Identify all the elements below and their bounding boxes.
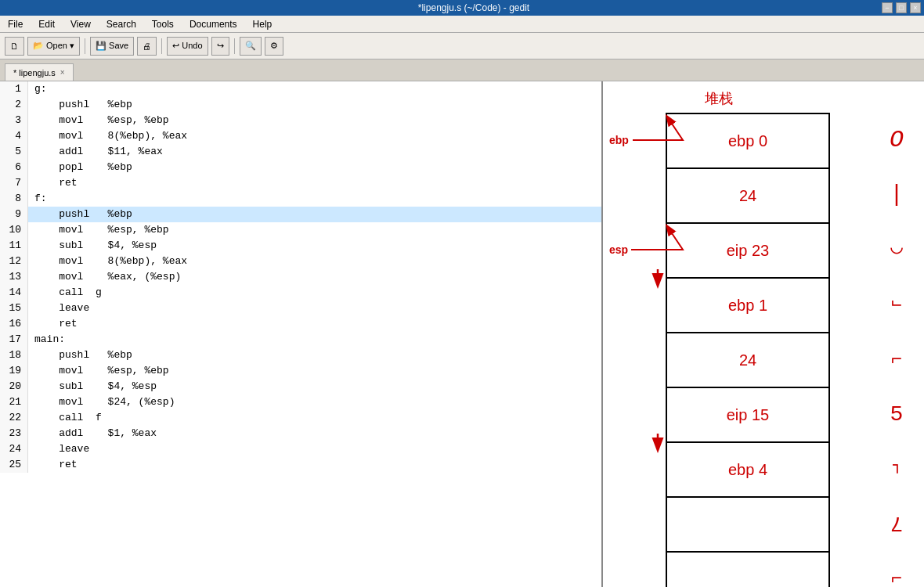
code-line-15: 15 leave <box>0 301 601 316</box>
toolbar: 🗋 📂 Open ▾ 💾 Save 🖨 ↩ Undo ↪ 🔍 ⚙ <box>0 33 924 59</box>
line-number-11: 11 <box>0 238 28 254</box>
editor-content[interactable]: 1g:2 pushl %ebp3 movl %esp, %ebp4 movl 8… <box>0 81 601 587</box>
ebp-label: ebp <box>609 134 629 146</box>
line-number-1: 1 <box>0 81 28 97</box>
line-code-1: g: <box>28 81 601 97</box>
main-area: 1g:2 pushl %ebp3 movl %esp, %ebp4 movl 8… <box>0 81 924 587</box>
line-number-4: 4 <box>0 128 28 144</box>
line-code-14: call g <box>28 285 601 301</box>
line-code-2: pushl %ebp <box>28 97 601 113</box>
code-line-20: 20 subl $4, %esp <box>0 379 601 394</box>
tab-bar: * lipengju.s × <box>0 59 924 81</box>
stack-cell-8 <box>666 551 830 587</box>
tab-label: * lipengju.s <box>13 68 56 77</box>
line-code-6: popl %ebp <box>28 160 601 175</box>
line-code-22: call f <box>28 410 601 426</box>
code-line-10: 10 movl %esp, %ebp <box>0 222 601 238</box>
menu-item-tools[interactable]: Tools <box>147 17 179 31</box>
code-line-7: 7 ret <box>0 175 601 191</box>
menu-item-view[interactable]: View <box>66 17 96 31</box>
stack-cell-4: 24 <box>666 332 830 387</box>
hw-char-1: | <box>881 167 912 222</box>
line-number-22: 22 <box>0 410 28 426</box>
stack-cell-1: 24 <box>666 167 830 222</box>
code-line-25: 25 ret <box>0 457 601 473</box>
line-code-24: leave <box>28 441 601 457</box>
save-button[interactable]: 💾 Save <box>90 37 134 56</box>
print-button[interactable]: 🖨 <box>137 37 157 56</box>
menu-item-file[interactable]: File <box>3 17 27 31</box>
hw-char-4: ⌐ <box>881 332 912 387</box>
hw-char-5: 5 <box>881 387 912 441</box>
line-number-24: 24 <box>0 441 28 457</box>
code-line-11: 11 subl $4, %esp <box>0 238 601 254</box>
stack-cell-2: eip 23 <box>666 222 830 277</box>
line-code-21: movl $24, (%esp) <box>28 394 601 410</box>
line-number-23: 23 <box>0 426 28 441</box>
maximize-button[interactable]: □ <box>896 2 907 13</box>
line-code-23: addl $1, %eax <box>28 426 601 441</box>
close-button[interactable]: × <box>910 2 921 13</box>
settings-button[interactable]: ⚙ <box>265 37 283 56</box>
line-code-11: subl $4, %esp <box>28 238 601 254</box>
code-line-1: 1g: <box>0 81 601 97</box>
esp-label: esp <box>609 243 628 256</box>
find-button[interactable]: 🔍 <box>240 37 262 56</box>
toolbar-sep-2 <box>161 38 162 54</box>
menu-item-documents[interactable]: Documents <box>185 17 242 31</box>
line-code-10: movl %esp, %ebp <box>28 222 601 238</box>
line-number-17: 17 <box>0 332 28 348</box>
stack-cell-3: ebp 1 <box>666 277 830 332</box>
line-number-13: 13 <box>0 269 28 285</box>
hw-char-7: 7 <box>881 496 912 551</box>
line-code-7: ret <box>28 175 601 191</box>
stack-cell-7 <box>666 496 830 551</box>
toolbar-sep-1 <box>85 38 85 54</box>
code-line-12: 12 movl 8(%ebp), %eax <box>0 254 601 269</box>
line-code-4: movl 8(%ebp), %eax <box>28 128 601 144</box>
line-number-18: 18 <box>0 348 28 363</box>
line-code-12: movl 8(%ebp), %eax <box>28 254 601 269</box>
new-button[interactable]: 🗋 <box>5 37 24 56</box>
code-line-13: 13 movl %eax, (%esp) <box>0 269 601 285</box>
stack-cell-0: ebp 0 <box>666 113 830 167</box>
line-number-14: 14 <box>0 285 28 301</box>
code-line-19: 19 movl %esp, %ebp <box>0 363 601 379</box>
file-tab[interactable]: * lipengju.s × <box>5 63 74 81</box>
hw-char-2: ⌒ <box>881 222 912 277</box>
code-line-18: 18 pushl %ebp <box>0 348 601 363</box>
line-code-15: leave <box>28 301 601 316</box>
line-number-5: 5 <box>0 144 28 160</box>
menu-item-help[interactable]: Help <box>248 17 277 31</box>
code-line-8: 8f: <box>0 191 601 207</box>
undo-button[interactable]: ↩ Undo <box>167 37 208 56</box>
line-number-8: 8 <box>0 191 28 207</box>
menu-item-edit[interactable]: Edit <box>34 17 60 31</box>
line-number-9: 9 <box>0 207 28 222</box>
redo-button[interactable]: ↪ <box>211 37 229 56</box>
line-number-16: 16 <box>0 316 28 332</box>
code-line-6: 6 popl %ebp <box>0 160 601 175</box>
line-number-21: 21 <box>0 394 28 410</box>
toolbar-sep-3 <box>234 38 235 54</box>
minimize-button[interactable]: − <box>882 2 893 13</box>
hw-char-6: ⌐ <box>869 453 924 484</box>
line-number-6: 6 <box>0 160 28 175</box>
hw-char-0: O <box>881 113 912 167</box>
menu-item-search[interactable]: Search <box>102 17 141 31</box>
stack-cell-6: ebp 4 <box>666 441 830 496</box>
line-code-5: addl $11, %eax <box>28 144 601 160</box>
open-button[interactable]: 📂 Open ▾ <box>27 37 80 56</box>
code-line-21: 21 movl $24, (%esp) <box>0 394 601 410</box>
code-line-16: 16 ret <box>0 316 601 332</box>
tab-close-button[interactable]: × <box>60 68 65 77</box>
code-line-24: 24 leave <box>0 441 601 457</box>
line-number-3: 3 <box>0 113 28 128</box>
line-code-3: movl %esp, %ebp <box>28 113 601 128</box>
right-panel: 堆栈 ebp 024eip 23ebp 124eip 15ebp 4 O|⌒⌐⌐… <box>603 81 924 587</box>
code-line-22: 22 call f <box>0 410 601 426</box>
line-code-13: movl %eax, (%esp) <box>28 269 601 285</box>
line-code-8: f: <box>28 191 601 207</box>
line-code-20: subl $4, %esp <box>28 379 601 394</box>
line-number-12: 12 <box>0 254 28 269</box>
